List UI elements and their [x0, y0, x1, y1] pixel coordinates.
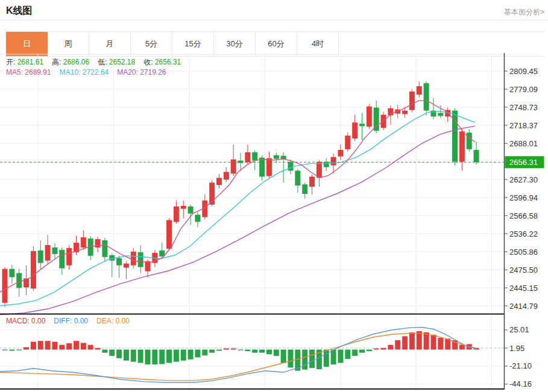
candle-body [52, 247, 57, 254]
candle-body [138, 252, 143, 267]
legend-item: 开: 2681.61 [6, 58, 43, 66]
macd-histogram-bar [159, 350, 165, 364]
legend-item: MA10: 2722.64 [60, 68, 109, 76]
candle-body [59, 250, 65, 269]
candle-body [9, 269, 14, 278]
candle-body [402, 111, 408, 114]
candle-body [352, 122, 357, 138]
candle-body [288, 162, 294, 171]
candle-body [467, 132, 472, 149]
macd-histogram-bar [309, 350, 315, 369]
macd-histogram-bar [52, 342, 57, 350]
macd-histogram-bar [45, 341, 51, 349]
macd-histogram-bar [31, 342, 36, 350]
y-axis-label: 2536.22 [509, 229, 538, 238]
candle-body [216, 178, 222, 185]
candle-body [16, 273, 22, 288]
y-axis-label: 2445.15 [509, 284, 538, 293]
candle-body [266, 158, 272, 176]
macd-histogram-bar [138, 350, 143, 363]
macd-histogram-bar [102, 350, 107, 353]
macd-histogram-bar [302, 350, 307, 370]
candle-body [38, 250, 43, 263]
candle-body [31, 251, 36, 288]
candle-body [317, 162, 322, 178]
ohlc-legend: 开: 2681.61高: 2686.06低: 2652.18收: 2656.31 [6, 57, 189, 67]
macd-histogram-bar [374, 349, 379, 350]
macd-histogram-bar [66, 343, 72, 349]
macd-axis-label: 1.95 [509, 344, 524, 353]
macd-histogram-bar [288, 350, 294, 368]
legend-item: 收: 2656.31 [143, 58, 181, 66]
candle-body [252, 152, 257, 161]
candle-body [438, 113, 443, 116]
macd-histogram-bar [224, 349, 229, 350]
macd-histogram-bar [438, 338, 443, 350]
y-axis-label: 2566.58 [509, 211, 538, 220]
macd-histogram-bar [16, 350, 22, 350]
macd-histogram-bar [331, 350, 336, 365]
ma20-line [0, 126, 475, 314]
macd-axis-label: -21.10 [509, 361, 532, 370]
candle-body [374, 108, 379, 131]
candle-body [2, 269, 8, 303]
macd-histogram-bar [188, 350, 194, 359]
macd-histogram-bar [116, 350, 122, 358]
macd-histogram-bar [281, 350, 286, 363]
macd-axis-label: 25.01 [509, 325, 529, 334]
macd-histogram-bar [324, 350, 329, 367]
macd-histogram-bar [352, 350, 357, 356]
macd-histogram-bar [431, 335, 436, 350]
candle-body [45, 245, 51, 261]
candle-body [309, 176, 315, 187]
macd-histogram-bar [81, 343, 86, 349]
macd-histogram-bar [252, 350, 257, 353]
macd-histogram-bar [216, 350, 222, 351]
macd-histogram-bar [209, 350, 215, 353]
macd-histogram-bar [259, 350, 265, 353]
candle-body [81, 237, 86, 247]
candle-body [116, 258, 122, 266]
macd-histogram-bar [345, 350, 350, 359]
y-axis-label: 2779.09 [509, 85, 538, 94]
legend-item: MA20: 2719.26 [117, 68, 166, 76]
candle-body [338, 150, 343, 157]
y-axis-label: 2748.73 [509, 103, 538, 112]
macd-histogram-bar [338, 350, 343, 363]
candle-body [66, 248, 72, 266]
macd-histogram-bar [88, 345, 93, 350]
macd-histogram-bar [174, 350, 179, 362]
y-axis-label: 2627.30 [509, 175, 538, 184]
macd-histogram-bar [231, 349, 236, 350]
y-axis-label: 2718.37 [509, 121, 538, 130]
macd-histogram-bar [109, 350, 115, 356]
y-axis-label: 2414.79 [509, 302, 538, 311]
y-axis-label: 2475.50 [509, 266, 538, 275]
candle-body [474, 150, 479, 162]
candle-body [359, 123, 365, 126]
macd-histogram-bar [2, 350, 8, 350]
macd-histogram-bar [181, 350, 186, 361]
macd-histogram-bar [95, 348, 101, 350]
y-axis-label: 2596.94 [509, 193, 538, 202]
macd-histogram-bar [388, 345, 393, 350]
candle-body [367, 107, 372, 127]
y-axis-label: 2688.01 [509, 139, 538, 148]
macd-histogram-bar [124, 350, 129, 361]
candle-body [324, 162, 329, 167]
macd-histogram-bar [367, 350, 372, 352]
candle-body [274, 155, 279, 159]
candle-body [131, 252, 136, 266]
macd-histogram-bar [381, 348, 386, 350]
candle-body [166, 220, 172, 249]
macd-histogram-bar [238, 350, 244, 350]
candle-body [459, 131, 465, 161]
candle-body [181, 206, 186, 209]
current-price-label: 2656.31 [509, 158, 538, 167]
macd-histogram-bar [359, 350, 365, 353]
legend-item: DIFF: 0.00 [54, 317, 88, 325]
candle-body [302, 184, 307, 194]
macd-histogram-bar [166, 350, 172, 363]
macd-histogram-bar [9, 350, 14, 351]
candle-body [195, 215, 200, 222]
